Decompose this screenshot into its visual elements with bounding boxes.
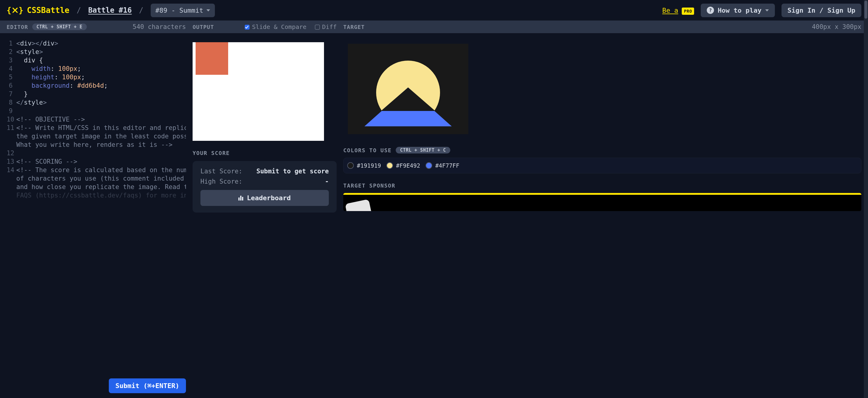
- submit-button[interactable]: Submit (⌘+ENTER): [109, 378, 186, 393]
- editor-panel: 1<div></div> 2<style> 3 div { 4 width: 1…: [7, 33, 186, 398]
- target-header: TARGET 400px x 300px: [343, 23, 861, 30]
- your-score-title: YOUR SCORE: [193, 150, 337, 156]
- swatch-icon: [426, 162, 432, 169]
- diff-toggle[interactable]: Diff: [315, 23, 337, 30]
- scrollbar[interactable]: [864, 0, 868, 398]
- target-preview[interactable]: [348, 44, 468, 134]
- colors-shortcut: CTRL + SHIFT + C: [396, 147, 450, 153]
- checkbox-checked-icon: [245, 25, 250, 30]
- checkbox-icon: [315, 25, 320, 30]
- pro-badge: PRO: [682, 7, 694, 15]
- high-score-label: High Score:: [200, 178, 242, 185]
- target-panel: COLORS TO USE CTRL + SHIFT + C #191919 #…: [343, 33, 861, 398]
- color-chip[interactable]: #F9E492: [386, 162, 420, 169]
- leaderboard-button[interactable]: Leaderboard: [200, 190, 329, 206]
- how-to-play-label: How to play: [718, 7, 762, 14]
- challenge-selector[interactable]: #89 - Summit: [151, 4, 215, 17]
- logo[interactable]: {} CSSBattle: [7, 6, 69, 15]
- editor-title: EDITOR: [7, 24, 28, 30]
- logo-text: CSSBattle: [27, 6, 69, 15]
- target-title: TARGET: [343, 24, 365, 30]
- color-chip[interactable]: #191919: [347, 162, 381, 169]
- scrollbar-thumb[interactable]: [864, 1, 867, 19]
- colors-title: COLORS TO USE: [343, 147, 392, 153]
- target-shape-ground: [348, 126, 468, 134]
- swatch-icon: [386, 162, 393, 169]
- help-icon: ?: [707, 7, 714, 14]
- output-title: OUTPUT: [193, 24, 214, 30]
- score-box: Last Score: Submit to get score High Sco…: [193, 161, 337, 213]
- output-header: OUTPUT Slide & Compare Diff: [193, 23, 337, 30]
- code-editor[interactable]: 1<div></div> 2<style> 3 div { 4 width: 1…: [7, 39, 186, 398]
- target-dims: 400px x 300px: [812, 23, 861, 30]
- leaderboard-label: Leaderboard: [247, 194, 291, 202]
- last-score-value: Submit to get score: [256, 167, 329, 175]
- output-preview[interactable]: [193, 42, 324, 141]
- char-count: 540 characters: [133, 23, 186, 30]
- slide-compare-toggle[interactable]: Slide & Compare: [245, 23, 307, 30]
- upgrade-text: Be a: [662, 7, 678, 14]
- editor-header: EDITOR CTRL + SHIFT + E 540 characters: [7, 23, 186, 30]
- color-chips: #191919 #F9E492 #4F77FF: [343, 158, 861, 173]
- upgrade-link[interactable]: Be a PRO: [662, 7, 694, 14]
- top-nav: {} CSSBattle / Battle #16 / #89 - Summit…: [0, 0, 868, 21]
- output-panel: YOUR SCORE Last Score: Submit to get sco…: [193, 33, 337, 398]
- breadcrumb-sep: /: [76, 6, 81, 14]
- target-shape-peak: [381, 87, 435, 111]
- leaderboard-icon: [239, 196, 243, 201]
- challenge-selector-label: #89 - Summit: [156, 7, 204, 14]
- breadcrumb-sep: /: [139, 6, 143, 14]
- high-score-value: -: [325, 178, 329, 185]
- logo-icon: {}: [7, 6, 23, 15]
- submit-label: Submit (⌘+ENTER): [116, 382, 179, 390]
- chevron-down-icon: [765, 9, 769, 11]
- color-chip[interactable]: #4F77FF: [426, 162, 459, 169]
- editor-shortcut: CTRL + SHIFT + E: [32, 24, 87, 30]
- sponsor-banner[interactable]: [343, 193, 861, 211]
- output-rendered-square: [195, 42, 228, 75]
- breadcrumb-battle[interactable]: Battle #16: [88, 6, 132, 14]
- sponsor-title: TARGET SPONSOR: [343, 182, 861, 189]
- swatch-icon: [347, 162, 354, 169]
- how-to-play-button[interactable]: ? How to play: [701, 4, 775, 17]
- signin-button[interactable]: Sign In / Sign Up: [781, 4, 861, 17]
- signin-label: Sign In / Sign Up: [787, 7, 855, 14]
- chevron-down-icon: [207, 9, 210, 11]
- last-score-label: Last Score:: [200, 167, 242, 175]
